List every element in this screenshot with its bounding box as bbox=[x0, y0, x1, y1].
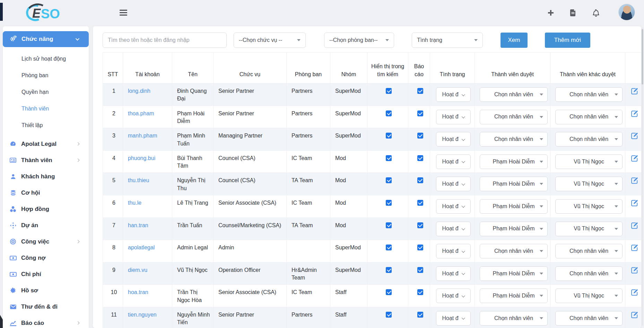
account-link[interactable]: han.tran bbox=[128, 222, 148, 228]
view-button[interactable]: Xem bbox=[501, 33, 528, 48]
edit-icon[interactable] bbox=[630, 132, 638, 142]
edit-icon[interactable] bbox=[630, 311, 638, 321]
status-select[interactable]: Hoạt đ bbox=[436, 311, 471, 326]
edit-icon[interactable] bbox=[630, 222, 638, 232]
menu-icon[interactable] bbox=[120, 10, 127, 17]
sidebar-item[interactable]: Hồ sơ bbox=[3, 282, 89, 299]
sidebar-item[interactable]: Khách hàng bbox=[3, 168, 89, 185]
status-select[interactable]: Hoạt đ bbox=[436, 110, 471, 124]
report-checkbox[interactable] bbox=[417, 267, 423, 273]
edit-icon[interactable] bbox=[630, 87, 638, 97]
report-checkbox[interactable] bbox=[417, 177, 423, 183]
account-link[interactable]: long.dinh bbox=[128, 88, 150, 94]
other-approver-select[interactable]: Vũ Thị Ngọc bbox=[555, 289, 623, 303]
other-approver-select[interactable]: Chọn nhân viên bbox=[555, 87, 623, 102]
approver-select[interactable]: Phạm Hoài Diễm bbox=[480, 154, 548, 169]
sidebar-item[interactable]: Hợp đồng bbox=[3, 201, 89, 217]
approver-select[interactable]: Chọn nhân viên bbox=[480, 110, 548, 124]
status-select[interactable]: Hoạt đ bbox=[436, 289, 471, 303]
report-checkbox[interactable] bbox=[417, 133, 423, 139]
sidebar-item[interactable]: Thành viên bbox=[3, 152, 89, 168]
account-link[interactable]: manh.pham bbox=[128, 133, 157, 139]
report-checkbox[interactable] bbox=[417, 289, 423, 295]
approver-select[interactable]: Chọn nhân viên bbox=[480, 132, 548, 147]
show-in-search-checkbox[interactable] bbox=[386, 177, 392, 183]
sidebar-item[interactable]: Thư đến & đi bbox=[3, 299, 89, 315]
sidebar-item[interactable]: Dự án bbox=[3, 217, 89, 233]
status-select[interactable]: Hoạt đ bbox=[436, 132, 471, 147]
sidebar-item[interactable]: Apolat Legal bbox=[3, 136, 89, 152]
report-checkbox[interactable] bbox=[417, 110, 423, 116]
show-in-search-checkbox[interactable] bbox=[386, 222, 392, 228]
sidebar-submenu-item-item[interactable]: Lịch sử hoạt động bbox=[3, 51, 89, 67]
sidebar-item[interactable]: Chi phí bbox=[3, 266, 89, 282]
approver-select[interactable]: Chọn nhân viên bbox=[480, 244, 548, 258]
other-approver-select[interactable]: Chọn nhân viên bbox=[555, 132, 623, 147]
document-icon[interactable] bbox=[568, 8, 577, 17]
report-checkbox[interactable] bbox=[417, 155, 423, 161]
sidebar-item[interactable]: Báo cáo bbox=[3, 315, 89, 328]
sidebar-item[interactable]: Công nợ bbox=[3, 250, 89, 266]
approver-select[interactable]: Phạm Hoài Diễm bbox=[480, 266, 548, 281]
position-select[interactable]: --Chọn chức vụ -- bbox=[234, 33, 306, 48]
edit-icon[interactable] bbox=[630, 110, 638, 120]
scrollbar-thumb[interactable] bbox=[642, 29, 643, 85]
show-in-search-checkbox[interactable] bbox=[386, 245, 392, 250]
sidebar-submenu-item-item[interactable]: Quyền hạn bbox=[3, 84, 89, 100]
report-checkbox[interactable] bbox=[417, 200, 423, 206]
edit-icon[interactable] bbox=[630, 199, 638, 209]
status-select[interactable]: Hoạt đ bbox=[436, 244, 471, 258]
sidebar-submenu-item-item[interactable]: Thiết lập bbox=[3, 117, 89, 134]
avatar[interactable] bbox=[618, 4, 635, 20]
show-in-search-checkbox[interactable] bbox=[386, 155, 392, 161]
account-link[interactable]: thoa.pham bbox=[128, 110, 154, 116]
account-link[interactable]: diem.vu bbox=[128, 267, 147, 273]
edit-icon[interactable] bbox=[630, 154, 638, 165]
report-checkbox[interactable] bbox=[417, 222, 423, 228]
account-link[interactable]: phuong.bui bbox=[128, 155, 155, 161]
search-input[interactable] bbox=[103, 33, 227, 48]
approver-select[interactable]: Chọn nhân viên bbox=[480, 87, 548, 102]
other-approver-select[interactable]: Vũ Thị Ngọc bbox=[555, 177, 623, 191]
account-link[interactable]: hoa.tran bbox=[128, 289, 148, 295]
other-approver-select[interactable]: Vũ Thị Ngọc bbox=[555, 154, 623, 169]
status-select[interactable]: Hoạt đ bbox=[436, 222, 471, 236]
other-approver-select[interactable]: Chọn nhân viên bbox=[555, 110, 623, 124]
other-approver-select[interactable]: Vũ Thị Ngọc bbox=[555, 199, 623, 214]
status-select[interactable]: Hoạt đ bbox=[436, 199, 471, 214]
edit-icon[interactable] bbox=[630, 289, 638, 299]
show-in-search-checkbox[interactable] bbox=[386, 200, 392, 206]
account-link[interactable]: thu.thieu bbox=[128, 177, 149, 183]
status-select[interactable]: Hoạt đ bbox=[436, 87, 471, 102]
sidebar-submenu-item-item[interactable]: Phòng ban bbox=[3, 67, 89, 84]
status-select[interactable]: Hoạt đ bbox=[436, 154, 471, 169]
approver-select[interactable]: Phạm Hoài Diễm bbox=[480, 222, 548, 236]
report-checkbox[interactable] bbox=[417, 245, 423, 250]
account-link[interactable]: thu.le bbox=[128, 200, 141, 206]
eso-logo[interactable]: E SO bbox=[23, 3, 68, 22]
department-select[interactable]: --Chọn phòng ban-- bbox=[324, 33, 394, 48]
edit-icon[interactable] bbox=[630, 177, 638, 187]
show-in-search-checkbox[interactable] bbox=[386, 110, 392, 116]
add-new-button[interactable]: Thêm mới bbox=[545, 33, 590, 48]
report-checkbox[interactable] bbox=[417, 312, 423, 318]
bell-icon[interactable] bbox=[591, 8, 600, 17]
show-in-search-checkbox[interactable] bbox=[386, 289, 392, 295]
approver-select[interactable]: Phạm Hoài Diễm bbox=[480, 199, 548, 214]
status-select[interactable]: Hoạt đ bbox=[436, 177, 471, 191]
other-approver-select[interactable]: Chọn nhân viên bbox=[555, 244, 623, 258]
report-checkbox[interactable] bbox=[417, 88, 423, 94]
approver-select[interactable]: Phạm Hoài Diễm bbox=[480, 177, 548, 191]
status-select[interactable]: Hoạt đ bbox=[436, 266, 471, 281]
show-in-search-checkbox[interactable] bbox=[386, 267, 392, 273]
plus-icon[interactable] bbox=[546, 8, 555, 17]
other-approver-select[interactable]: Vũ Thị Ngọc bbox=[555, 222, 623, 236]
edit-icon[interactable] bbox=[630, 266, 638, 276]
approver-select[interactable]: Phạm Hoài Diễm bbox=[480, 289, 548, 303]
sidebar-item-chuc-nang[interactable]: Chức năng bbox=[3, 31, 89, 47]
sidebar-item[interactable]: Cơ hội bbox=[3, 185, 89, 201]
status-filter-select[interactable]: Tình trạng bbox=[412, 33, 483, 48]
account-link[interactable]: apolatlegal bbox=[128, 245, 155, 250]
other-approver-select[interactable]: Chọn nhân viên bbox=[555, 311, 623, 326]
show-in-search-checkbox[interactable] bbox=[386, 88, 392, 94]
